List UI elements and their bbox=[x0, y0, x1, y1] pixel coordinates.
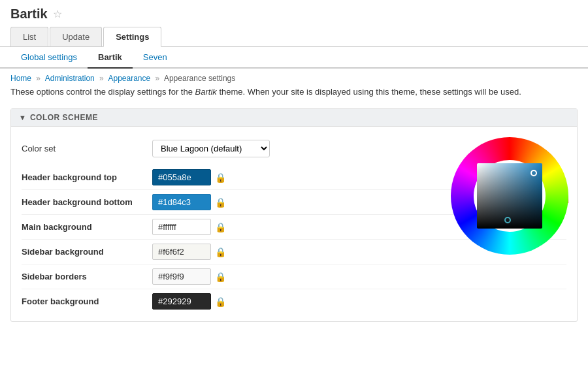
color-input-main-bg[interactable] bbox=[152, 219, 211, 235]
field-label-sidebar-bg: Sidebar background bbox=[22, 247, 152, 257]
color-input-header-bg-top[interactable] bbox=[152, 169, 211, 185]
breadcrumb-administration[interactable]: Administration bbox=[45, 74, 95, 83]
color-input-footer-bg[interactable] bbox=[152, 293, 211, 310]
field-label-header-bg-bottom: Header background bottom bbox=[22, 197, 152, 207]
top-tabs: List Update Settings bbox=[10, 27, 578, 46]
section-toggle-icon[interactable]: ▼ bbox=[19, 114, 26, 121]
theme-name: Bartik bbox=[195, 87, 217, 97]
field-label-main-bg: Main background bbox=[22, 222, 152, 232]
color-wheel-container[interactable] bbox=[451, 137, 568, 257]
color-wheel[interactable] bbox=[451, 137, 568, 255]
tab-list[interactable]: List bbox=[10, 27, 48, 46]
tab-settings[interactable]: Settings bbox=[103, 27, 161, 47]
color-set-select[interactable]: Blue Lagoon (default)Blue MentaCoffeeCus… bbox=[152, 140, 270, 157]
field-controls: 🔒 bbox=[152, 268, 226, 285]
breadcrumb-current: Appearance settings bbox=[164, 74, 235, 83]
field-controls: 🔒 bbox=[152, 169, 226, 185]
section-title: COLOR SCHEME bbox=[30, 113, 98, 122]
color-picker-dot-top bbox=[531, 170, 537, 176]
breadcrumb-home[interactable]: Home bbox=[10, 74, 31, 83]
color-input-sidebar-bg[interactable] bbox=[152, 244, 211, 260]
sub-tab-seven[interactable]: Seven bbox=[133, 47, 178, 69]
page-title: Bartik bbox=[10, 7, 48, 22]
sub-tab-bartik[interactable]: Bartik bbox=[88, 47, 133, 69]
field-controls: 🔒 bbox=[152, 194, 226, 210]
color-input-sidebar-borders[interactable] bbox=[152, 268, 211, 285]
lock-icon-0[interactable]: 🔒 bbox=[215, 172, 226, 183]
field-sidebar-borders: Sidebar borders 🔒 bbox=[22, 264, 566, 289]
color-input-header-bg-bottom[interactable] bbox=[152, 194, 211, 210]
lock-icon-5[interactable]: 🔒 bbox=[215, 296, 226, 307]
field-controls: 🔒 bbox=[152, 293, 226, 310]
color-set-label: Color set bbox=[22, 144, 152, 153]
field-controls: 🔒 bbox=[152, 219, 226, 235]
field-controls: 🔒 bbox=[152, 244, 226, 260]
lock-icon-3[interactable]: 🔒 bbox=[215, 247, 226, 257]
breadcrumb: Home » Administration » Appearance » App… bbox=[0, 69, 588, 86]
field-label-header-bg-top: Header background top bbox=[22, 172, 152, 182]
page-description: These options control the display settin… bbox=[0, 86, 588, 103]
page-header: Bartik ☆ List Update Settings bbox=[0, 0, 588, 47]
lock-icon-4[interactable]: 🔒 bbox=[215, 272, 226, 282]
color-picker-dot-bottom bbox=[504, 217, 511, 223]
lock-icon-2[interactable]: 🔒 bbox=[215, 222, 226, 232]
breadcrumb-appearance[interactable]: Appearance bbox=[108, 74, 150, 83]
tab-update[interactable]: Update bbox=[50, 27, 102, 46]
lock-icon-1[interactable]: 🔒 bbox=[215, 197, 226, 208]
sub-tabs-bar: Global settings Bartik Seven bbox=[0, 47, 588, 69]
field-label-sidebar-borders: Sidebar borders bbox=[22, 272, 152, 281]
field-footer-bg: Footer background 🔒 bbox=[22, 289, 566, 313]
sub-tab-global-settings[interactable]: Global settings bbox=[10, 47, 88, 69]
field-label-footer-bg: Footer background bbox=[22, 296, 152, 306]
favorite-star-icon[interactable]: ☆ bbox=[53, 8, 62, 20]
section-header: ▼ COLOR SCHEME bbox=[11, 109, 577, 127]
color-picker-square[interactable] bbox=[477, 163, 542, 229]
